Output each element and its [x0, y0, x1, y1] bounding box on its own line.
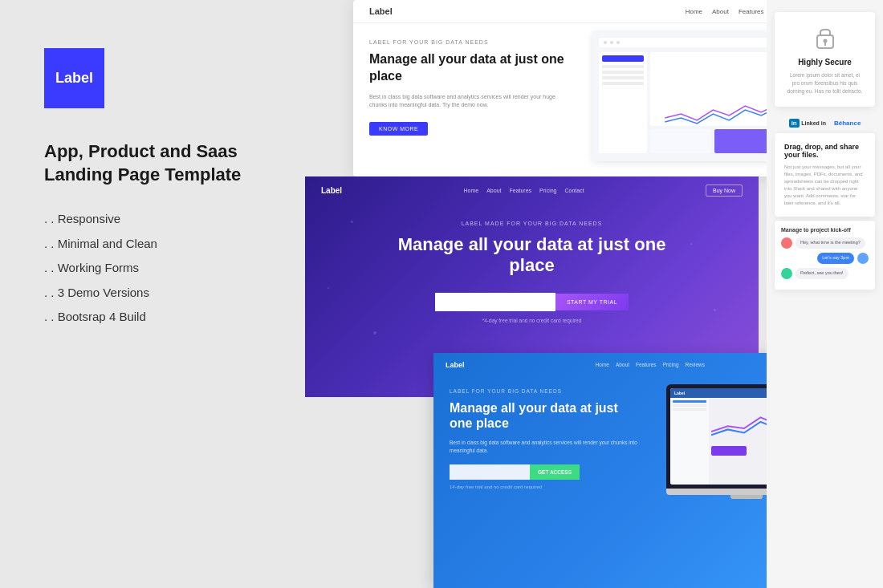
chat-card: Manage to project kick-off Hey, what tim… [775, 221, 875, 290]
demo-purple-tag: LABEL MADE FOR YOUR BIG DATA NEEDS [337, 221, 726, 226]
demo-blue-logo: Label [446, 361, 465, 369]
demo-blue-access-btn[interactable]: GET ACCESS [530, 464, 580, 480]
linkedin-logo: in Linked in [789, 119, 826, 127]
chat-header: Manage to project kick-off [781, 227, 869, 233]
laptop-stand [730, 495, 763, 499]
demo-top-heading: Manage all your data at just one place [369, 51, 568, 85]
product-title: App, Product and Saas Landing Page Templ… [44, 140, 261, 186]
purple-nav-pricing[interactable]: Pricing [539, 188, 556, 193]
demo-top-logo: Label [369, 6, 393, 16]
stat-card-1 [650, 129, 711, 153]
nav-link-features[interactable]: Features [739, 8, 764, 15]
chat-bubble-2: Let's say 3pm [817, 253, 854, 264]
blue-nav-about[interactable]: About [616, 362, 629, 367]
purple-nav-contact[interactable]: Contact [565, 188, 584, 193]
chat-bubble-3: Perfect, see you then! [796, 268, 848, 279]
blue-nav-reviews[interactable]: Reviews [686, 362, 706, 367]
right-panel: Highly Secure Lorem ipsum dolor sit amet… [767, 0, 883, 588]
demo-purple-note: *4-day free trial and no credit card req… [337, 318, 726, 323]
purple-nav-btn[interactable]: Buy Now [706, 185, 743, 197]
feature-minimal: . Minimal and Clean [44, 235, 261, 253]
blue-nav-pricing[interactable]: Pricing [663, 362, 679, 367]
purple-nav-features[interactable]: Features [509, 188, 531, 193]
demo-purple-logo: Label [321, 186, 342, 195]
purple-nav-about[interactable]: About [486, 188, 501, 193]
demo-purple-email-input[interactable] [435, 293, 555, 311]
logo-box: Label [44, 48, 104, 108]
nav-link-home[interactable]: Home [686, 8, 702, 15]
blue-nav-features[interactable]: Features [636, 362, 657, 367]
demo-blue-desc: Best in class big data software and anal… [450, 439, 642, 455]
chat-message-1: Hey, what time is the meeting? [781, 237, 869, 249]
feature-responsive: . Responsive [44, 210, 261, 229]
demo-blue-email-input[interactable] [450, 464, 530, 480]
demo-purple-heading: Manage all your data at just one place [337, 234, 726, 277]
demo-top-tag: LABEL FOR YOUR BIG DATA NEEDS [369, 39, 568, 45]
lock-icon [814, 24, 836, 50]
blue-nav-home[interactable]: Home [596, 362, 609, 367]
security-title: Highly Secure [787, 58, 863, 67]
lock-icon-wrapper [787, 24, 863, 50]
demo-blue-left: LABEL FOR YOUR BIG DATA NEEDS Manage all… [433, 376, 658, 583]
dash-dot-2 [610, 41, 613, 44]
feature-forms: . Working Forms [44, 259, 261, 278]
feature-bootstrap: . Bootsrap 4 Build [44, 308, 261, 326]
svg-point-4 [823, 39, 827, 43]
security-card: Highly Secure Lorem ipsum dolor sit amet… [775, 12, 875, 107]
logo-label: Label [55, 70, 93, 87]
dash-sidebar [599, 52, 647, 153]
drag-drop-title: Drag, drop, and share your files. [784, 143, 865, 159]
demo-top-know-more-btn[interactable]: KNOW MORE [369, 122, 428, 136]
dash-dot-3 [616, 41, 620, 44]
feature-list: . Responsive . Minimal and Clean . Worki… [44, 210, 261, 326]
demo-blue-cta: GET ACCESS [450, 464, 642, 480]
demo-purple-nav-links: Home About Features Pricing Contact [463, 188, 584, 193]
demo-blue-note: 14-day free trial and no credit card req… [450, 485, 642, 489]
security-desc: Lorem ipsum dolor sit amet, ei pro orum … [787, 71, 863, 95]
demo-purple-cta: START MY TRIAL [337, 293, 726, 311]
chat-avatar-2 [857, 253, 869, 264]
behance-logo: Béhance [834, 120, 861, 127]
demo-purple-trial-btn[interactable]: START MY TRIAL [555, 294, 629, 310]
purple-nav-home[interactable]: Home [463, 188, 478, 193]
drag-drop-desc: Not just your messages, but all your fil… [784, 164, 865, 207]
demo-top-desc: Best in class big data software and anal… [369, 93, 568, 110]
chat-bubble-1: Hey, what time is the meeting? [796, 237, 865, 249]
chat-avatar-3 [781, 268, 792, 279]
left-panel: Label App, Product and Saas Landing Page… [0, 0, 305, 588]
chat-message-2: Let's say 3pm [781, 253, 869, 264]
demo-blue-tag: LABEL FOR YOUR BIG DATA NEEDS [450, 388, 642, 394]
dash-dot-1 [604, 41, 607, 44]
demo-blue-nav-links: Home About Features Pricing Reviews [596, 362, 705, 367]
demo-blue-heading: Manage all your data at just one place [450, 400, 642, 431]
chat-message-3: Perfect, see you then! [781, 268, 869, 279]
feature-demos: . 3 Demo Versions [44, 284, 261, 302]
chat-avatar-1 [781, 237, 792, 249]
demo-purple-hero: LABEL MADE FOR YOUR BIG DATA NEEDS Manag… [305, 205, 759, 339]
demo-top-left: LABEL FOR YOUR BIG DATA NEEDS Manage all… [353, 23, 584, 176]
nav-link-about[interactable]: About [712, 8, 729, 15]
drag-drop-card: Drag, drop, and share your files. Not ju… [775, 133, 875, 217]
logos-row: in Linked in Béhance [775, 119, 875, 127]
demo-purple-nav: Label Home About Features Pricing Contac… [305, 176, 759, 205]
